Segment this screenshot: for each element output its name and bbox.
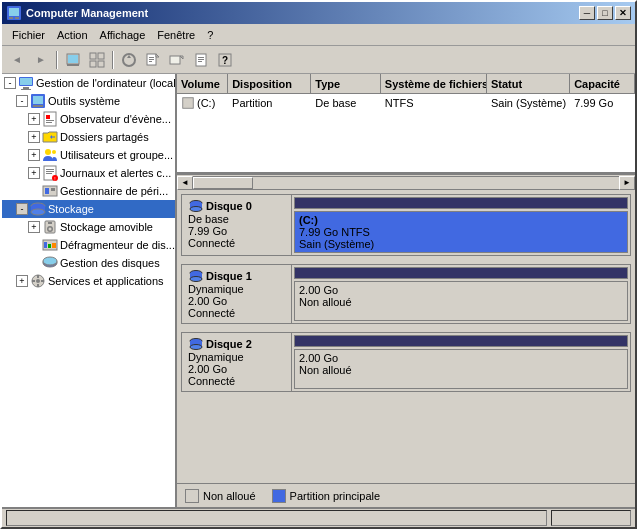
tree-scroll[interactable]: - Gestion de l'ordinateur (local) - xyxy=(2,74,175,507)
menu-fichier[interactable]: Fichier xyxy=(6,27,51,43)
disk-icon-0 xyxy=(188,199,204,213)
tree-label-dossiers: Dossiers partagés xyxy=(60,131,149,143)
svg-rect-27 xyxy=(23,87,29,89)
tools-icon xyxy=(30,93,46,109)
tree-item-stockage-amovible[interactable]: + Stockage amovible xyxy=(2,218,175,236)
menu-action[interactable]: Action xyxy=(51,27,94,43)
svg-rect-13 xyxy=(149,57,154,58)
svg-point-60 xyxy=(43,257,57,265)
close-button[interactable]: ✕ xyxy=(615,6,631,20)
main-window: Computer Management ─ □ ✕ Fichier Action… xyxy=(0,0,637,529)
list-row-c[interactable]: (C:) Partition De base NTFS Sain (Systèm… xyxy=(177,94,635,112)
disk-info-1: Disque 1 Dynamique 2.00 Go Connecté xyxy=(182,265,292,323)
scroll-right-btn[interactable]: ► xyxy=(619,176,635,190)
disk-name-0: Disque 0 xyxy=(188,199,285,213)
svg-rect-10 xyxy=(98,61,104,67)
unalloc-detail-2: Non alloué xyxy=(299,364,623,376)
partition-label-c: (C:) xyxy=(299,214,623,226)
col-header-capacite[interactable]: Capacité xyxy=(570,74,635,93)
expand-observateur[interactable]: + xyxy=(28,113,40,125)
partition-status-c: Sain (Système) xyxy=(299,238,623,250)
title-bar: Computer Management ─ □ ✕ xyxy=(2,2,635,24)
tree-label-journaux: Journaux et alertes c... xyxy=(60,167,171,179)
svg-rect-34 xyxy=(46,120,54,121)
back-button[interactable]: ◄ xyxy=(6,49,28,71)
scroll-left-btn[interactable]: ◄ xyxy=(177,176,193,190)
tree-item-root[interactable]: - Gestion de l'ordinateur (local) xyxy=(2,74,175,92)
tree-item-utilisateurs[interactable]: + Utilisateurs et groupe... xyxy=(2,146,175,164)
disk-scroll[interactable]: Disque 0 De base 7.99 Go Connecté (C:) 7… xyxy=(177,190,635,483)
expand-utilisateurs[interactable]: + xyxy=(28,149,40,161)
h-scroll-thumb[interactable] xyxy=(193,177,253,189)
disk-partitions-2: 2.00 Go Non alloué xyxy=(292,333,630,391)
tree-item-gestion-disques[interactable]: Gestion des disques xyxy=(2,254,175,272)
disk-unalloc-1[interactable]: 2.00 Go Non alloué xyxy=(294,281,628,321)
col-header-volume[interactable]: Volume xyxy=(177,74,228,93)
expand-stockage[interactable]: - xyxy=(16,203,28,215)
disk-item-2: Disque 2 Dynamique 2.00 Go Connecté 2.00… xyxy=(181,332,631,392)
col-header-disposition[interactable]: Disposition xyxy=(228,74,311,93)
disk-partition-c[interactable]: (C:) 7.99 Go NTFS Sain (Système) xyxy=(294,211,628,253)
expand-root[interactable]: - xyxy=(4,77,16,89)
svg-point-62 xyxy=(36,279,40,283)
h-scroll-track[interactable] xyxy=(193,176,619,190)
disk-size-1: 2.00 Go xyxy=(188,295,285,307)
h-scroll-area[interactable]: ◄ ► xyxy=(177,174,635,190)
svg-rect-35 xyxy=(46,122,52,123)
svg-point-37 xyxy=(52,150,56,154)
svg-rect-22 xyxy=(198,61,202,62)
view-button[interactable] xyxy=(86,49,108,71)
col-header-fs[interactable]: Système de fichiers xyxy=(381,74,487,93)
svg-rect-33 xyxy=(46,115,50,119)
expand-amovible[interactable]: + xyxy=(28,221,40,233)
tree-label-root: Gestion de l'ordinateur (local) xyxy=(36,77,175,89)
svg-rect-57 xyxy=(52,243,56,248)
minimize-button[interactable]: ─ xyxy=(579,6,595,20)
expand-services[interactable]: + xyxy=(16,275,28,287)
disk-type-0: De base xyxy=(188,213,285,225)
disk-icon-1 xyxy=(188,269,204,283)
status-bar xyxy=(2,507,635,527)
expand-outils[interactable]: - xyxy=(16,95,28,107)
col-header-statut[interactable]: Statut xyxy=(487,74,570,93)
volume-icon xyxy=(181,96,195,110)
restore-button[interactable]: □ xyxy=(597,6,613,20)
tree-item-observateur[interactable]: + Observateur d'évène... xyxy=(2,110,175,128)
tree-label-utilisateurs: Utilisateurs et groupe... xyxy=(60,149,173,161)
menu-fenetre[interactable]: Fenêtre xyxy=(151,27,201,43)
tree-item-defrag[interactable]: Défragmenteur de dis... xyxy=(2,236,175,254)
tree-item-stockage[interactable]: - Stockage xyxy=(2,200,175,218)
svg-rect-40 xyxy=(46,171,54,172)
menu-help[interactable]: ? xyxy=(201,27,219,43)
col-header-type[interactable]: Type xyxy=(311,74,380,93)
refresh-button[interactable] xyxy=(118,49,140,71)
forward-button[interactable]: ► xyxy=(30,49,52,71)
svg-rect-9 xyxy=(90,61,96,67)
window-title: Computer Management xyxy=(26,7,579,19)
svg-text:!: ! xyxy=(54,176,55,181)
tree-label-observateur: Observateur d'évène... xyxy=(60,113,171,125)
svg-rect-39 xyxy=(46,169,54,170)
import-button[interactable] xyxy=(166,49,188,71)
disk-status-1: Connecté xyxy=(188,307,285,319)
tree-item-journaux[interactable]: + ! Journaux et alertes c... xyxy=(2,164,175,182)
disk-unalloc-2[interactable]: 2.00 Go Non alloué xyxy=(294,349,628,389)
expand-dossiers[interactable]: + xyxy=(28,131,40,143)
disk-info-0: Disque 0 De base 7.99 Go Connecté xyxy=(182,195,292,255)
tree-item-gestionnaire[interactable]: Gestionnaire de péri... xyxy=(2,182,175,200)
export-button[interactable] xyxy=(142,49,164,71)
svg-rect-66 xyxy=(41,280,44,282)
tree-item-dossiers[interactable]: + Dossiers partagés xyxy=(2,128,175,146)
up-button[interactable] xyxy=(62,49,84,71)
svg-rect-8 xyxy=(98,53,104,59)
menu-affichage[interactable]: Affichage xyxy=(94,27,152,43)
expand-journaux[interactable]: + xyxy=(28,167,40,179)
tree-item-services[interactable]: + Services et applications xyxy=(2,272,175,290)
legend-item-primary: Partition principale xyxy=(272,489,381,503)
svg-rect-30 xyxy=(33,96,43,104)
help-button[interactable]: ? xyxy=(214,49,236,71)
svg-rect-64 xyxy=(37,284,39,287)
list-body: (C:) Partition De base NTFS Sain (Systèm… xyxy=(177,94,635,112)
tree-item-outils[interactable]: - Outils système xyxy=(2,92,175,110)
properties-button[interactable] xyxy=(190,49,212,71)
